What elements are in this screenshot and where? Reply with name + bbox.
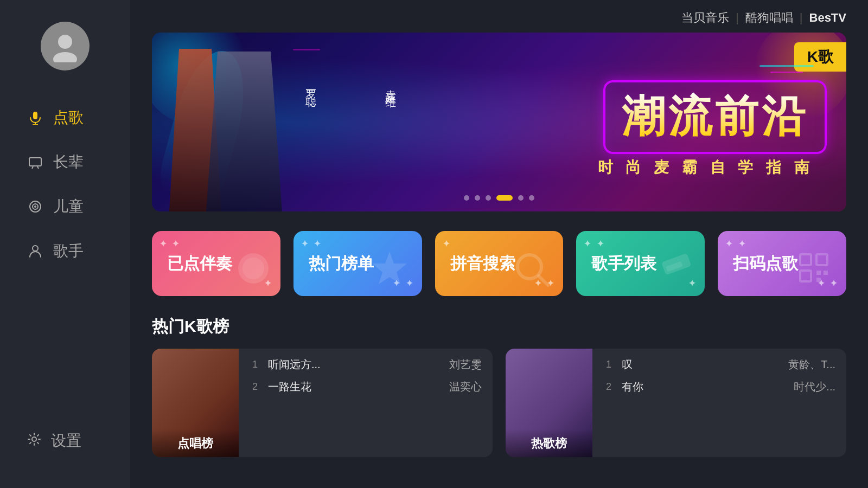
- sidebar-item-zhang-bei[interactable]: 长辈: [0, 142, 130, 182]
- card-sparkle-tl-2: ✦ ✦: [301, 239, 322, 249]
- banner[interactable]: 罗一聪 袁娅维 K歌 潮流前沿 时 尚 麦 霸 自 学 指 南: [152, 33, 846, 211]
- singer-names: 罗一聪 袁娅维: [304, 81, 398, 91]
- svg-point-10: [34, 206, 36, 208]
- dot-5[interactable]: [518, 195, 524, 201]
- card-sparkle-tl-3: ✦: [443, 239, 451, 249]
- svg-point-0: [58, 35, 72, 49]
- singer-1-2: 温奕心: [449, 380, 482, 394]
- svg-rect-21: [816, 254, 827, 265]
- card-sao-ma-dian-ge[interactable]: ✦ ✦ 扫码点歌 ✦ ✦: [718, 231, 846, 296]
- card-sparkle-tl-5: ✦ ✦: [725, 239, 746, 249]
- charts-row: 点唱榜 1 听闻远方... 刘艺雯 2 一路生花 温奕心: [152, 349, 846, 457]
- card-label-pin-yin: 拼音搜索: [450, 253, 515, 275]
- settings-item[interactable]: 设置: [0, 421, 130, 461]
- svg-line-7: [37, 166, 39, 169]
- banner-title-border: 潮流前沿: [603, 80, 827, 154]
- singer-left-area: [152, 43, 288, 211]
- sep-1: |: [736, 11, 739, 25]
- sidebar-item-dian-ge[interactable]: 点歌: [0, 98, 130, 138]
- card-label-ge-shou: 歌手列表: [591, 253, 656, 275]
- sidebar-nav: 点歌 长辈 儿童: [0, 98, 130, 271]
- tv-icon: [27, 154, 43, 170]
- rank-2-2: 2: [603, 381, 614, 393]
- sidebar-item-er-tong[interactable]: 儿童: [0, 187, 130, 227]
- svg-line-6: [32, 166, 33, 169]
- sidebar-label-dian-ge: 点歌: [53, 107, 84, 128]
- banner-title-text: 潮流前沿: [622, 92, 808, 140]
- card-sparkle-br-4: ✦: [688, 278, 697, 288]
- feature-cards: ✦ ✦ 已点伴奏 ✦ ✦ ✦ 热门榜单 ✦ ✦ ✦ 拼音搜索: [152, 231, 846, 296]
- card-sparkle-br-3: ✦ ✦: [534, 278, 556, 288]
- rank-2-1: 1: [603, 359, 614, 370]
- dot-3[interactable]: [486, 195, 491, 201]
- deco-line-1: [760, 65, 814, 67]
- banner-subtitle: 时 尚 麦 霸 自 学 指 南: [598, 157, 814, 178]
- chart-label-re: 热歌榜: [506, 429, 592, 457]
- brand-dangbei: 当贝音乐: [681, 10, 729, 26]
- sidebar-label-er-tong: 儿童: [53, 196, 84, 217]
- chart-re-ge-bang[interactable]: 热歌榜 1 叹 黄龄、T... 2 有你 时代少...: [506, 349, 846, 457]
- chart-item-1-2: 2 一路生花 温奕心: [250, 380, 482, 394]
- singer-1-1: 刘艺雯: [449, 357, 482, 372]
- dot-2[interactable]: [475, 195, 480, 201]
- svg-point-1: [53, 52, 77, 62]
- target-icon: [27, 198, 43, 215]
- chart-thumbnail-right: 热歌榜: [506, 349, 592, 457]
- brand-kugou: 酷狗唱唱: [745, 10, 793, 26]
- sidebar: 点歌 长辈 儿童: [0, 0, 130, 488]
- banner-pagination: [464, 195, 534, 201]
- card-label-re-men: 热门榜单: [309, 253, 374, 275]
- main-content: 当贝音乐 | 酷狗唱唱 | BesTV 罗一聪 袁娅维 K歌 潮流前沿 时 尚 …: [130, 0, 868, 488]
- svg-point-14: [242, 258, 264, 279]
- song-2-1: 叹: [622, 357, 781, 372]
- svg-rect-20: [800, 254, 811, 265]
- chart-label-dian: 点唱榜: [152, 429, 239, 457]
- chart-list-2: 1 叹 黄龄、T... 2 有你 时代少...: [592, 349, 846, 457]
- settings-label: 设置: [51, 431, 81, 451]
- svg-rect-24: [824, 271, 828, 275]
- card-sparkle-tl-1: ✦ ✦: [159, 239, 181, 249]
- topbar: 当贝音乐 | 酷狗唱唱 | BesTV: [152, 0, 846, 33]
- card-label-yi-dian: 已点伴奏: [167, 253, 232, 275]
- card-sparkle-br-2: ✦ ✦: [393, 278, 414, 288]
- dot-4[interactable]: [496, 195, 513, 201]
- singer-2-1: 黄龄、T...: [788, 357, 835, 372]
- sep-2: |: [800, 11, 803, 25]
- card-re-men-bang-dan[interactable]: ✦ ✦ 热门榜单 ✦ ✦: [293, 231, 422, 296]
- chart-thumbnail-left: 点唱榜: [152, 349, 239, 457]
- singer-right-name: 袁娅维: [384, 81, 398, 91]
- settings-icon: [27, 432, 41, 450]
- svg-rect-5: [29, 158, 41, 166]
- sidebar-label-zhang-bei: 长辈: [53, 152, 84, 172]
- singer-left-name: 罗一聪: [304, 81, 318, 91]
- chart-item-2-2: 2 有你 时代少...: [603, 380, 835, 394]
- svg-point-12: [32, 437, 36, 441]
- svg-rect-2: [33, 112, 37, 119]
- dot-6[interactable]: [529, 195, 534, 201]
- song-1-2: 一路生花: [268, 380, 442, 394]
- singer-2-2: 时代少...: [794, 380, 835, 394]
- microphone-icon: [27, 110, 43, 126]
- avatar[interactable]: [41, 22, 90, 70]
- section-title-hot: 热门K歌榜: [152, 316, 846, 338]
- card-sparkle-br-1: ✦: [264, 278, 273, 288]
- deco-line-3: [293, 49, 320, 50]
- card-pin-yin-sou-suo[interactable]: ✦ 拼音搜索 ✦ ✦: [435, 231, 564, 296]
- card-label-sao-ma: 扫码点歌: [733, 253, 798, 275]
- svg-rect-23: [816, 271, 821, 275]
- rank-1-1: 1: [250, 359, 260, 370]
- card-sparkle-tl-4: ✦ ✦: [584, 239, 605, 249]
- song-1-1: 听闻远方...: [268, 357, 442, 372]
- singer-right-body: [206, 52, 282, 211]
- card-ge-shou-lie-biao[interactable]: ✦ ✦ 歌手列表 ✦: [576, 231, 705, 296]
- sidebar-item-ge-shou[interactable]: 歌手: [0, 231, 130, 271]
- sidebar-label-ge-shou: 歌手: [53, 241, 84, 261]
- card-yi-dian-ban-zou[interactable]: ✦ ✦ 已点伴奏 ✦: [152, 231, 280, 296]
- dot-1[interactable]: [464, 195, 469, 201]
- rank-1-2: 2: [250, 381, 260, 393]
- chart-item-2-1: 1 叹 黄龄、T...: [603, 357, 835, 372]
- person-icon: [27, 243, 43, 259]
- chart-list-1: 1 听闻远方... 刘艺雯 2 一路生花 温奕心: [239, 349, 493, 457]
- card-sparkle-br-5: ✦ ✦: [818, 278, 839, 288]
- chart-dian-chang-bang[interactable]: 点唱榜 1 听闻远方... 刘艺雯 2 一路生花 温奕心: [152, 349, 493, 457]
